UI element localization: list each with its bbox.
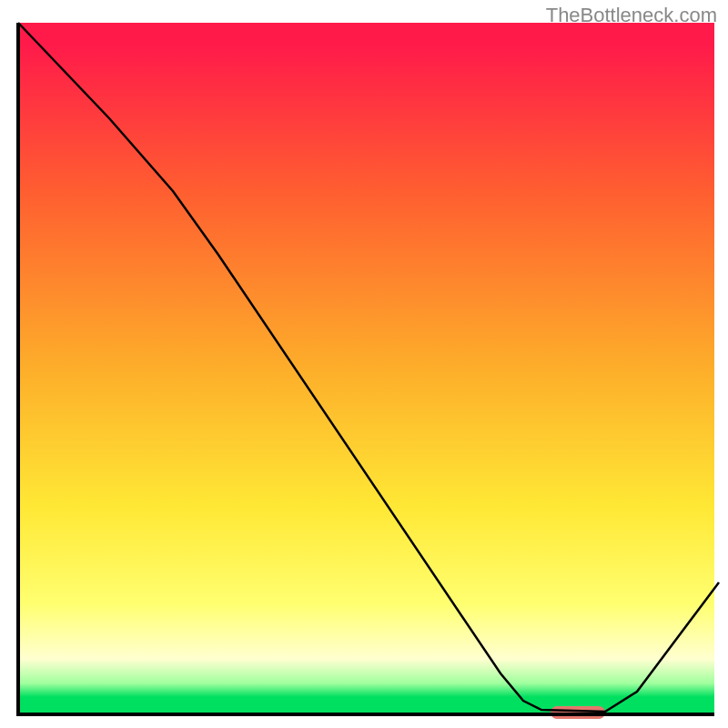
chart-container: TheBottleneck.com bbox=[0, 0, 728, 728]
chart-background bbox=[18, 23, 714, 714]
watermark-text: TheBottleneck.com bbox=[546, 4, 717, 27]
bottleneck-chart bbox=[0, 0, 728, 728]
